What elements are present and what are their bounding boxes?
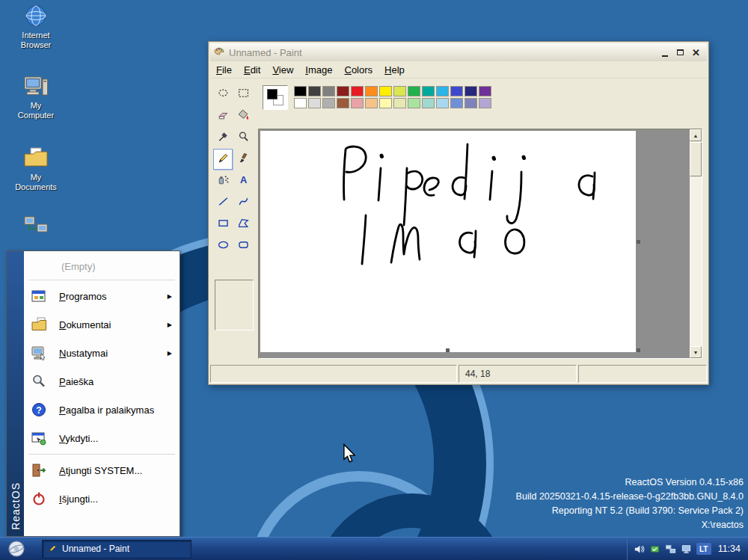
- color-swatch[interactable]: [479, 86, 491, 96]
- tool-magnifier-button[interactable]: [233, 127, 253, 148]
- color-swatch[interactable]: [337, 98, 349, 108]
- start-menu-item-vykdyti[interactable]: Vykdyti...: [24, 424, 180, 452]
- paint-window: Unnamed - Paint ✕ FileEditViewImageColor…: [208, 41, 709, 385]
- close-button[interactable]: ✕: [688, 46, 704, 59]
- tool-pencil-button[interactable]: [213, 149, 233, 170]
- network-icon[interactable]: [665, 543, 677, 555]
- color-swatch[interactable]: [294, 86, 307, 96]
- color-swatch[interactable]: [337, 86, 349, 96]
- paint-toolbox: A: [213, 84, 255, 256]
- color-swatch[interactable]: [365, 98, 378, 108]
- menu-item-file[interactable]: File: [210, 63, 238, 78]
- menu-item-edit[interactable]: Edit: [238, 63, 266, 78]
- line-icon: [217, 195, 230, 211]
- color-swatch[interactable]: [351, 98, 364, 108]
- tool-curve-button[interactable]: [233, 192, 253, 213]
- color-swatch[interactable]: [465, 86, 477, 96]
- color-swatch[interactable]: [450, 86, 463, 96]
- start-menu-item-nustatymai[interactable]: Nustatymai▶: [24, 339, 180, 367]
- submenu-arrow-icon: ▶: [168, 350, 172, 357]
- menu-item-view[interactable]: View: [266, 63, 299, 78]
- menu-item-image[interactable]: Image: [299, 63, 338, 78]
- color-swatch[interactable]: [465, 98, 477, 108]
- scroll-up-icon[interactable]: ▲: [690, 129, 702, 141]
- taskbar-clock[interactable]: 11:34: [718, 544, 741, 554]
- os-version-info: ReactOS Version 0.4.15-x86Build 20250321…: [516, 476, 744, 532]
- start-menu-item-label: Išjungti...: [59, 493, 98, 505]
- canvas-resize-handle-bottom[interactable]: [446, 348, 450, 352]
- color-swatch[interactable]: [479, 98, 491, 108]
- maximize-button[interactable]: [672, 46, 688, 59]
- start-menu-item-i-jungti[interactable]: Išjungti...: [24, 484, 180, 513]
- color-swatch[interactable]: [408, 86, 420, 96]
- paint-canvas[interactable]: [260, 131, 636, 352]
- start-menu-brand: ReactOS: [10, 482, 22, 536]
- vertical-scrollbar[interactable]: ▲ ▼: [690, 129, 702, 358]
- canvas-resize-handle-right[interactable]: [637, 240, 640, 244]
- canvas-resize-handle-corner[interactable]: [637, 348, 640, 352]
- start-button[interactable]: [0, 538, 33, 560]
- start-menu-item-atjungti-system[interactable]: Atjungti SYSTEM...: [24, 456, 180, 484]
- menu-item-help[interactable]: Help: [378, 63, 411, 78]
- menu-item-colors[interactable]: Colors: [338, 63, 378, 78]
- color-swatch[interactable]: [422, 86, 435, 96]
- tool-polygon-button[interactable]: [233, 214, 253, 235]
- color-swatch[interactable]: [351, 86, 364, 96]
- tool-color-picker-button[interactable]: [213, 127, 233, 148]
- svg-text:?: ?: [36, 405, 41, 416]
- scrollbar-thumb[interactable]: [690, 142, 702, 176]
- desktop-icon-my-network[interactable]: [4, 214, 67, 238]
- color-swatch[interactable]: [436, 98, 449, 108]
- minimize-button[interactable]: [657, 46, 672, 59]
- desktop-icon-my-documents[interactable]: My Documents: [4, 147, 67, 192]
- device-icon[interactable]: [649, 543, 661, 555]
- tool-rect-select-button[interactable]: [233, 84, 253, 105]
- color-swatch[interactable]: [408, 98, 420, 108]
- start-menu-item-paie-ka[interactable]: Paieška: [24, 367, 180, 396]
- language-indicator[interactable]: LT: [696, 543, 711, 555]
- desktop-icon-internet-browser[interactable]: Internet Browser: [4, 4, 67, 50]
- color-swatch[interactable]: [322, 86, 335, 96]
- color-swatch[interactable]: [308, 86, 321, 96]
- tool-freeform-select-button[interactable]: [213, 84, 233, 105]
- start-menu-item-pagalba-ir-palaikymas[interactable]: ?Pagalba ir palaikymas: [24, 396, 180, 424]
- color-swatch[interactable]: [393, 98, 406, 108]
- taskbar-button-paint[interactable]: Unnamed - Paint: [42, 540, 191, 559]
- color-swatch[interactable]: [422, 98, 435, 108]
- canvas-viewport: ▲ ▼: [258, 129, 702, 359]
- cursor-coordinates: 44, 18: [465, 369, 490, 379]
- color-swatch[interactable]: [365, 86, 378, 96]
- color-swatch[interactable]: [294, 98, 307, 108]
- color-swatch[interactable]: [322, 98, 335, 108]
- status-panel-help: [210, 365, 457, 383]
- volume-icon[interactable]: [634, 543, 646, 555]
- color-swatch[interactable]: [379, 86, 392, 96]
- start-menu-item-programos[interactable]: Programos▶: [24, 282, 180, 310]
- tool-rounded-rectangle-button[interactable]: [233, 236, 253, 256]
- color-swatch[interactable]: [450, 98, 463, 108]
- start-menu-separator: [28, 280, 175, 280]
- color-swatch[interactable]: [379, 98, 392, 108]
- color-swatch[interactable]: [436, 86, 449, 96]
- display-icon[interactable]: [681, 543, 693, 555]
- programs-icon: [30, 287, 48, 305]
- scroll-down-icon[interactable]: ▼: [690, 346, 702, 358]
- desktop-icon-label: My Computer: [12, 101, 60, 120]
- tool-airbrush-button[interactable]: [213, 170, 233, 191]
- tool-rectangle-button[interactable]: [213, 214, 233, 235]
- tool-options-box[interactable]: [215, 280, 254, 330]
- tool-ellipse-button[interactable]: [213, 236, 233, 256]
- start-menu-item-dokumentai[interactable]: Dokumentai▶: [24, 310, 180, 339]
- color-swatch[interactable]: [393, 86, 406, 96]
- paint-titlebar[interactable]: Unnamed - Paint ✕: [210, 43, 707, 61]
- desktop-icon-my-computer[interactable]: My Computer: [4, 75, 67, 120]
- run-icon: [30, 429, 48, 447]
- tool-text-button[interactable]: A: [233, 170, 253, 191]
- tool-eraser-button[interactable]: [213, 105, 233, 126]
- color-swatch[interactable]: [308, 98, 321, 108]
- fill-icon: [237, 108, 250, 124]
- tool-fill-button[interactable]: [233, 105, 253, 126]
- tool-line-button[interactable]: [213, 192, 233, 213]
- tool-brush-button[interactable]: [233, 149, 253, 170]
- brush-icon: [237, 152, 250, 167]
